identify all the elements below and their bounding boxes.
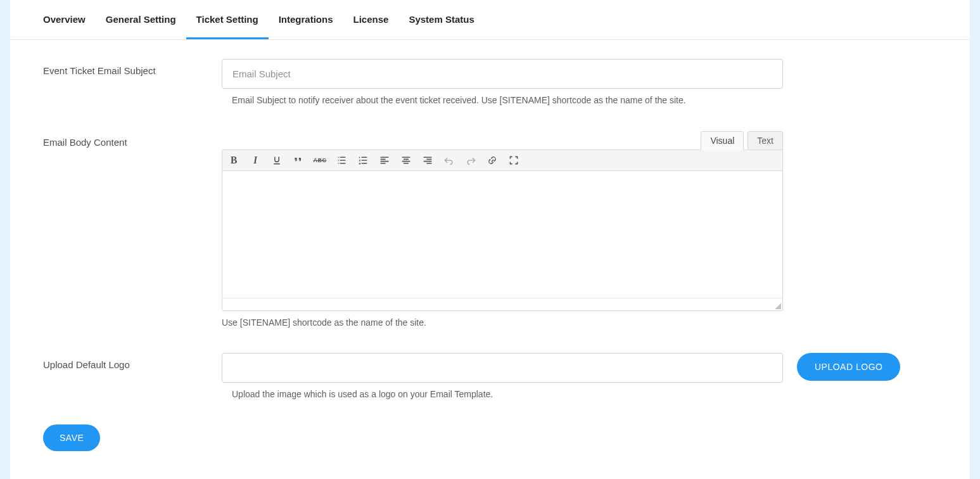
strikethrough-icon[interactable]: ABC: [314, 154, 326, 167]
upload-logo-help: Upload the image which is used as a logo…: [222, 389, 783, 399]
fullscreen-icon[interactable]: [507, 154, 520, 167]
underline-icon[interactable]: [270, 154, 283, 167]
email-body-help: Use [SITENAME] shortcode as the name of …: [222, 317, 783, 328]
bold-icon[interactable]: B: [227, 154, 240, 167]
upload-logo-label: Upload Default Logo: [43, 353, 222, 370]
numbered-list-icon[interactable]: [357, 154, 369, 167]
align-center-icon[interactable]: [400, 154, 412, 167]
redo-icon[interactable]: [464, 154, 477, 167]
editor-statusbar: [222, 298, 782, 310]
tab-ticket-setting[interactable]: Ticket Setting: [186, 0, 269, 39]
link-icon[interactable]: [486, 154, 499, 167]
undo-icon[interactable]: [443, 154, 455, 167]
editor-tab-visual[interactable]: Visual: [701, 131, 744, 150]
align-right-icon[interactable]: [421, 154, 434, 167]
upload-logo-input[interactable]: [222, 353, 783, 383]
tab-system-status[interactable]: System Status: [398, 0, 484, 39]
bullet-list-icon[interactable]: [335, 154, 348, 167]
editor-toolbar: B I ABC: [222, 150, 782, 171]
email-subject-help: Email Subject to notify receiver about t…: [222, 95, 783, 105]
editor-content-area[interactable]: [222, 171, 782, 298]
resize-handle-icon[interactable]: [775, 303, 781, 309]
email-subject-input[interactable]: [222, 59, 783, 89]
tab-license[interactable]: License: [343, 0, 399, 39]
italic-icon[interactable]: I: [249, 154, 262, 167]
editor-tab-text[interactable]: Text: [748, 131, 783, 150]
tab-integrations[interactable]: Integrations: [269, 0, 343, 39]
tab-general-setting[interactable]: General Setting: [96, 0, 186, 39]
tabs-nav: Overview General Setting Ticket Setting …: [10, 0, 970, 40]
align-left-icon[interactable]: [378, 154, 391, 167]
email-body-label: Email Body Content: [43, 131, 222, 148]
email-subject-label: Event Ticket Email Subject: [43, 59, 222, 76]
save-button[interactable]: SAVE: [43, 425, 100, 451]
upload-logo-button[interactable]: UPLOAD LOGO: [797, 353, 900, 381]
blockquote-icon[interactable]: [292, 154, 305, 167]
tab-overview[interactable]: Overview: [33, 0, 96, 39]
